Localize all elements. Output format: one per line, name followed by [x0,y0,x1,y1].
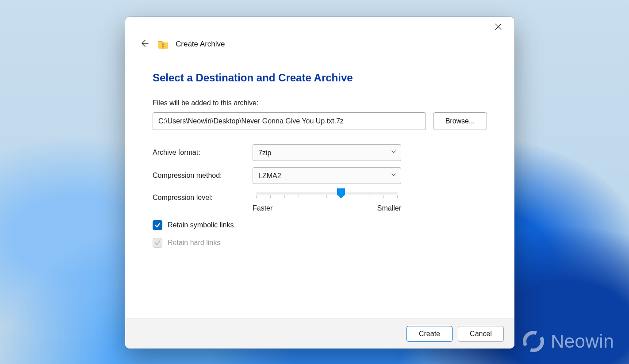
watermark: Neowin [522,330,614,353]
close-icon [495,23,502,32]
create-archive-dialog: Create Archive Select a Destination and … [125,17,514,349]
destination-heading: Select a Destination and Create Archive [153,72,487,84]
slider-faster-label: Faster [253,204,272,212]
dialog-title: Create Archive [176,40,225,49]
svg-point-0 [522,330,545,353]
slider-thumb[interactable] [337,188,345,198]
archive-format-label: Archive format: [153,149,253,157]
zip-folder-icon [158,40,169,49]
compression-method-select[interactable]: LZMA2 [253,167,401,184]
browse-button[interactable]: Browse... [433,112,487,130]
archive-path-input[interactable] [153,112,426,130]
checkbox-disabled-icon [153,238,162,248]
create-button[interactable]: Create [407,326,453,342]
back-button[interactable] [138,38,151,50]
slider-smaller-label: Smaller [377,204,401,212]
retain-symlinks-checkbox[interactable]: Retain symbolic links [153,220,234,230]
archive-path-label: Files will be added to this archive: [153,99,487,107]
svg-rect-4 [162,46,164,47]
retain-hardlinks-checkbox: Retain hard links [153,238,220,248]
cancel-button[interactable]: Cancel [458,326,504,342]
checkbox-checked-icon [153,220,162,230]
retain-hardlinks-label: Retain hard links [168,239,220,247]
compression-method-label: Compression method: [153,172,253,180]
compression-level-slider[interactable] [256,192,398,198]
svg-rect-1 [162,42,164,49]
arrow-left-icon [140,39,149,50]
svg-rect-3 [162,44,164,45]
close-button[interactable] [491,20,506,35]
retain-symlinks-label: Retain symbolic links [168,221,234,229]
watermark-text: Neowin [551,331,614,352]
svg-rect-2 [162,42,164,43]
archive-format-select[interactable]: 7zip [253,144,401,161]
compression-level-label: Compression level: [153,190,253,202]
dialog-footer: Create Cancel [125,318,514,349]
